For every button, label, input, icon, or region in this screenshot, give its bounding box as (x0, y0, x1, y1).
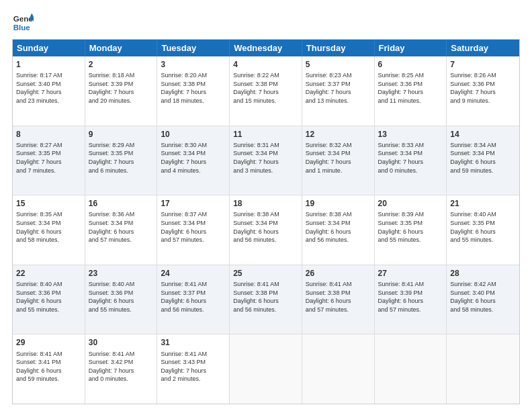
day-number: 22 (16, 268, 81, 279)
calendar: SundayMondayTuesdayWednesdayThursdayFrid… (12, 39, 520, 404)
week-row-5: 29Sunrise: 8:41 AMSunset: 3:41 PMDayligh… (13, 334, 519, 404)
calendar-header: SundayMondayTuesdayWednesdayThursdayFrid… (13, 40, 519, 56)
day-number: 17 (161, 198, 226, 209)
day-info: Sunrise: 8:20 AMSunset: 3:38 PMDaylight:… (161, 71, 226, 105)
week-row-1: 1Sunrise: 8:17 AMSunset: 3:40 PMDaylight… (13, 56, 519, 126)
header-day-tuesday: Tuesday (157, 40, 230, 56)
day-info: Sunrise: 8:32 AMSunset: 3:34 PMDaylight:… (306, 141, 371, 175)
empty-cell (230, 334, 302, 404)
logo: General Blue (12, 12, 34, 34)
day-info: Sunrise: 8:27 AMSunset: 3:35 PMDaylight:… (16, 141, 81, 175)
header-day-sunday: Sunday (13, 40, 85, 56)
day-cell-20: 20Sunrise: 8:39 AMSunset: 3:35 PMDayligh… (375, 195, 447, 265)
day-info: Sunrise: 8:22 AMSunset: 3:38 PMDaylight:… (233, 71, 298, 105)
header: General Blue (12, 12, 520, 34)
day-info: Sunrise: 8:41 AMSunset: 3:41 PMDaylight:… (16, 350, 81, 383)
week-row-4: 22Sunrise: 8:40 AMSunset: 3:36 PMDayligh… (13, 265, 519, 334)
week-row-2: 8Sunrise: 8:27 AMSunset: 3:35 PMDaylight… (13, 126, 519, 195)
day-info: Sunrise: 8:31 AMSunset: 3:34 PMDaylight:… (233, 141, 298, 175)
day-number: 11 (233, 129, 298, 140)
day-info: Sunrise: 8:17 AMSunset: 3:40 PMDaylight:… (16, 71, 81, 105)
day-info: Sunrise: 8:34 AMSunset: 3:34 PMDaylight:… (450, 141, 516, 175)
day-number: 13 (378, 129, 443, 140)
day-number: 8 (16, 129, 81, 140)
empty-cell (375, 334, 447, 404)
day-cell-28: 28Sunrise: 8:42 AMSunset: 3:40 PMDayligh… (447, 265, 519, 334)
day-cell-7: 7Sunrise: 8:26 AMSunset: 3:36 PMDaylight… (447, 56, 519, 126)
day-cell-29: 29Sunrise: 8:41 AMSunset: 3:41 PMDayligh… (13, 334, 85, 404)
day-cell-26: 26Sunrise: 8:41 AMSunset: 3:38 PMDayligh… (302, 265, 375, 334)
day-info: Sunrise: 8:38 AMSunset: 3:34 PMDaylight:… (306, 210, 371, 244)
day-cell-12: 12Sunrise: 8:32 AMSunset: 3:34 PMDayligh… (302, 126, 375, 195)
day-cell-14: 14Sunrise: 8:34 AMSunset: 3:34 PMDayligh… (447, 126, 519, 195)
day-number: 19 (306, 198, 371, 209)
week-row-3: 15Sunrise: 8:35 AMSunset: 3:34 PMDayligh… (13, 195, 519, 265)
day-number: 23 (89, 268, 154, 279)
day-info: Sunrise: 8:29 AMSunset: 3:35 PMDaylight:… (89, 141, 154, 175)
day-number: 24 (161, 268, 226, 279)
day-number: 31 (161, 337, 226, 348)
day-cell-1: 1Sunrise: 8:17 AMSunset: 3:40 PMDaylight… (13, 56, 85, 126)
day-cell-17: 17Sunrise: 8:37 AMSunset: 3:34 PMDayligh… (157, 195, 230, 265)
day-number: 21 (450, 198, 516, 209)
day-info: Sunrise: 8:40 AMSunset: 3:36 PMDaylight:… (16, 280, 81, 314)
day-cell-11: 11Sunrise: 8:31 AMSunset: 3:34 PMDayligh… (230, 126, 302, 195)
svg-marker-3 (30, 17, 34, 20)
day-number: 30 (89, 337, 154, 348)
day-info: Sunrise: 8:25 AMSunset: 3:36 PMDaylight:… (378, 71, 443, 105)
header-day-wednesday: Wednesday (230, 40, 302, 56)
day-number: 2 (89, 59, 154, 70)
day-number: 29 (16, 337, 81, 348)
day-number: 4 (233, 59, 298, 70)
day-cell-4: 4Sunrise: 8:22 AMSunset: 3:38 PMDaylight… (230, 56, 302, 126)
day-number: 1 (16, 59, 81, 70)
day-number: 7 (450, 59, 516, 70)
day-number: 5 (306, 59, 371, 70)
page: General Blue SundayMondayTuesdayWednesda… (0, 0, 532, 411)
day-cell-23: 23Sunrise: 8:40 AMSunset: 3:36 PMDayligh… (85, 265, 158, 334)
day-info: Sunrise: 8:33 AMSunset: 3:34 PMDaylight:… (378, 141, 443, 175)
svg-text:Blue: Blue (13, 24, 31, 32)
header-day-saturday: Saturday (447, 40, 519, 56)
header-day-thursday: Thursday (302, 40, 375, 56)
day-cell-22: 22Sunrise: 8:40 AMSunset: 3:36 PMDayligh… (13, 265, 85, 334)
day-number: 14 (450, 129, 516, 140)
empty-cell (302, 334, 375, 404)
general-blue-icon: General Blue (12, 12, 34, 34)
day-cell-21: 21Sunrise: 8:40 AMSunset: 3:35 PMDayligh… (447, 195, 519, 265)
calendar-body: 1Sunrise: 8:17 AMSunset: 3:40 PMDaylight… (13, 56, 519, 404)
day-info: Sunrise: 8:26 AMSunset: 3:36 PMDaylight:… (450, 71, 516, 105)
day-info: Sunrise: 8:38 AMSunset: 3:34 PMDaylight:… (233, 210, 298, 244)
day-info: Sunrise: 8:41 AMSunset: 3:38 PMDaylight:… (306, 280, 371, 314)
day-info: Sunrise: 8:41 AMSunset: 3:37 PMDaylight:… (161, 280, 226, 314)
day-info: Sunrise: 8:41 AMSunset: 3:42 PMDaylight:… (89, 350, 154, 383)
day-info: Sunrise: 8:40 AMSunset: 3:35 PMDaylight:… (450, 210, 516, 244)
day-cell-27: 27Sunrise: 8:41 AMSunset: 3:39 PMDayligh… (375, 265, 447, 334)
day-cell-30: 30Sunrise: 8:41 AMSunset: 3:42 PMDayligh… (85, 334, 158, 404)
day-cell-6: 6Sunrise: 8:25 AMSunset: 3:36 PMDaylight… (375, 56, 447, 126)
day-info: Sunrise: 8:30 AMSunset: 3:34 PMDaylight:… (161, 141, 226, 175)
day-info: Sunrise: 8:36 AMSunset: 3:34 PMDaylight:… (89, 210, 154, 244)
day-number: 3 (161, 59, 226, 70)
day-info: Sunrise: 8:18 AMSunset: 3:39 PMDaylight:… (89, 71, 154, 105)
day-number: 25 (233, 268, 298, 279)
day-number: 15 (16, 198, 81, 209)
day-number: 26 (306, 268, 371, 279)
empty-cell (447, 334, 519, 404)
day-cell-18: 18Sunrise: 8:38 AMSunset: 3:34 PMDayligh… (230, 195, 302, 265)
header-day-friday: Friday (375, 40, 447, 56)
day-number: 16 (89, 198, 154, 209)
day-cell-25: 25Sunrise: 8:41 AMSunset: 3:38 PMDayligh… (230, 265, 302, 334)
day-number: 9 (89, 129, 154, 140)
header-day-monday: Monday (85, 40, 158, 56)
day-number: 27 (378, 268, 443, 279)
day-number: 10 (161, 129, 226, 140)
day-cell-16: 16Sunrise: 8:36 AMSunset: 3:34 PMDayligh… (85, 195, 158, 265)
day-cell-5: 5Sunrise: 8:23 AMSunset: 3:37 PMDaylight… (302, 56, 375, 126)
day-cell-31: 31Sunrise: 8:41 AMSunset: 3:43 PMDayligh… (157, 334, 230, 404)
day-info: Sunrise: 8:35 AMSunset: 3:34 PMDaylight:… (16, 210, 81, 244)
day-info: Sunrise: 8:42 AMSunset: 3:40 PMDaylight:… (450, 280, 516, 314)
day-cell-19: 19Sunrise: 8:38 AMSunset: 3:34 PMDayligh… (302, 195, 375, 265)
day-info: Sunrise: 8:37 AMSunset: 3:34 PMDaylight:… (161, 210, 226, 244)
day-info: Sunrise: 8:40 AMSunset: 3:36 PMDaylight:… (89, 280, 154, 314)
